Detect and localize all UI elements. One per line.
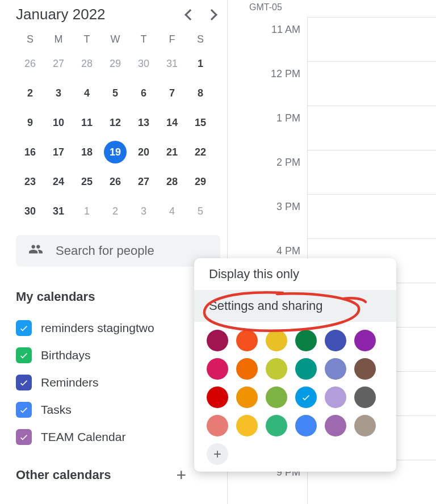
settings-and-sharing-item[interactable]: Settings and sharing [194, 290, 396, 322]
calendar-day[interactable]: 23 [16, 170, 44, 193]
calendar-day[interactable]: 5 [186, 200, 215, 222]
hour-cell[interactable] [307, 61, 436, 106]
calendar-day[interactable]: 27 [129, 170, 158, 193]
calendar-options-popup: Display this only Settings and sharing + [194, 258, 396, 472]
my-calendars-heading[interactable]: My calendars [16, 289, 186, 304]
color-swatch[interactable] [236, 387, 258, 408]
color-swatch[interactable] [207, 415, 228, 436]
calendar-day[interactable]: 28 [73, 52, 101, 75]
calendar-day[interactable]: 8 [186, 82, 215, 104]
color-swatch[interactable] [354, 387, 376, 408]
color-swatch[interactable] [207, 330, 228, 351]
color-swatch[interactable] [266, 387, 287, 408]
calendar-day[interactable]: 30 [129, 52, 158, 75]
calendar-day[interactable]: 31 [158, 52, 186, 75]
prev-month-icon[interactable] [185, 9, 196, 20]
add-calendar-icon[interactable]: + [176, 467, 186, 484]
hour-row: 12 PM [228, 61, 436, 106]
hour-label: 12 PM [228, 68, 307, 112]
calendar-day[interactable]: 31 [44, 200, 73, 222]
calendar-day[interactable]: 15 [186, 111, 215, 134]
calendar-day[interactable]: 11 [73, 111, 101, 134]
color-swatch[interactable] [295, 358, 317, 380]
people-icon [28, 242, 43, 260]
add-custom-color[interactable]: + [207, 443, 228, 465]
hour-label: 11 AM [228, 24, 307, 68]
color-swatch[interactable] [266, 358, 287, 380]
color-swatch[interactable] [207, 358, 228, 380]
calendar-day[interactable]: 3 [44, 82, 73, 104]
color-swatch[interactable] [295, 387, 317, 408]
calendar-day[interactable]: 4 [73, 82, 101, 104]
calendar-day[interactable]: 30 [16, 200, 44, 222]
calendar-checkbox[interactable] [16, 402, 32, 418]
calendar-day[interactable]: 7 [158, 82, 186, 104]
calendar-checkbox[interactable] [16, 320, 32, 336]
calendar-day[interactable]: 27 [44, 52, 73, 75]
color-swatch[interactable] [354, 358, 376, 380]
mini-calendar-header: January 2022 [16, 6, 220, 23]
color-swatch[interactable] [266, 330, 287, 351]
calendar-day[interactable]: 29 [101, 52, 129, 75]
calendar-day[interactable]: 29 [186, 170, 215, 193]
calendar-checkbox[interactable] [16, 429, 32, 445]
calendar-day[interactable]: 25 [73, 170, 101, 193]
calendar-day[interactable]: 17 [44, 141, 73, 163]
calendar-checkbox[interactable] [16, 347, 32, 363]
calendar-day[interactable]: 28 [158, 170, 186, 193]
color-swatch[interactable] [236, 358, 258, 380]
calendar-day[interactable]: 12 [101, 111, 129, 134]
color-swatch[interactable] [325, 387, 346, 408]
timezone-label: GMT-05 [249, 2, 282, 12]
other-calendars-heading[interactable]: Other calendars + [16, 467, 186, 484]
calendar-day[interactable]: 6 [129, 82, 158, 104]
color-swatch-grid: + [194, 322, 396, 465]
color-swatch[interactable] [295, 415, 317, 436]
calendar-label: Tasks [41, 403, 72, 417]
hour-cell[interactable] [307, 17, 436, 61]
calendar-day[interactable]: 14 [158, 111, 186, 134]
calendar-day[interactable]: 24 [44, 170, 73, 193]
calendar-day[interactable]: 3 [129, 200, 158, 222]
calendar-day[interactable]: 18 [73, 141, 101, 163]
color-swatch[interactable] [354, 330, 376, 351]
calendar-day[interactable]: 5 [101, 82, 129, 104]
calendar-label: TEAM Calendar [41, 430, 125, 444]
dow-label: T [73, 33, 101, 45]
next-month-icon[interactable] [206, 9, 217, 20]
hour-cell[interactable] [307, 194, 436, 238]
calendar-label: reminders stagingtwo [41, 321, 154, 335]
calendar-day[interactable]: 9 [16, 111, 44, 134]
dow-label: S [16, 33, 44, 45]
calendar-day[interactable]: 19 [104, 141, 127, 163]
calendar-day[interactable]: 1 [186, 52, 215, 75]
hour-row: 1 PM [228, 106, 436, 150]
color-swatch[interactable] [266, 415, 287, 436]
color-swatch[interactable] [236, 330, 258, 351]
color-swatch[interactable] [354, 415, 376, 436]
calendar-day[interactable]: 21 [158, 141, 186, 163]
calendar-day[interactable]: 13 [129, 111, 158, 134]
month-label: January 2022 [16, 6, 106, 23]
color-swatch[interactable] [295, 330, 317, 351]
calendar-day[interactable]: 2 [16, 82, 44, 104]
display-this-only-item[interactable]: Display this only [194, 258, 396, 290]
color-swatch[interactable] [325, 358, 346, 380]
hour-cell[interactable] [307, 150, 436, 194]
calendar-day[interactable]: 22 [186, 141, 215, 163]
calendar-day[interactable]: 26 [16, 52, 44, 75]
calendar-day[interactable]: 4 [158, 200, 186, 222]
calendar-day[interactable]: 10 [44, 111, 73, 134]
color-swatch[interactable] [325, 415, 346, 436]
calendar-day[interactable]: 20 [129, 141, 158, 163]
calendar-day[interactable]: 2 [101, 200, 129, 222]
calendar-day[interactable]: 1 [73, 200, 101, 222]
color-swatch[interactable] [236, 415, 258, 436]
color-swatch[interactable] [207, 387, 228, 408]
calendar-day[interactable]: 26 [101, 170, 129, 193]
search-people-field[interactable]: Search for people [16, 235, 220, 267]
hour-cell[interactable] [307, 106, 436, 150]
color-swatch[interactable] [325, 330, 346, 351]
calendar-checkbox[interactable] [16, 375, 32, 390]
calendar-day[interactable]: 16 [16, 141, 44, 163]
